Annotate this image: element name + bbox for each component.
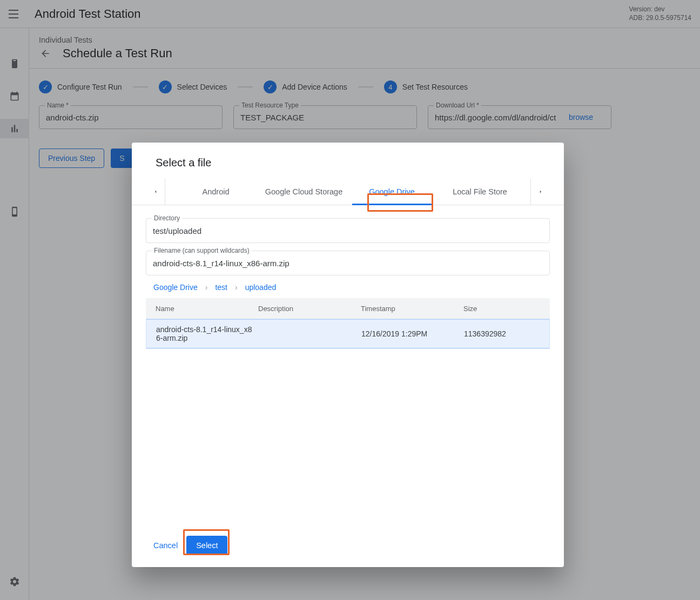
file-table-header: Name Description Timestamp Size <box>146 298 550 319</box>
chevron-right-icon: › <box>235 283 238 292</box>
directory-field[interactable]: Directory <box>146 218 550 243</box>
directory-label: Directory <box>152 214 182 222</box>
tabs-scroll-right-icon[interactable] <box>530 179 550 205</box>
select-file-dialog: Select a file Android Google Cloud Stora… <box>132 143 564 567</box>
tab-local-file-store[interactable]: Local File Store <box>436 179 524 205</box>
dialog-title: Select a file <box>132 143 564 179</box>
tab-gcs[interactable]: Google Cloud Storage <box>260 179 348 205</box>
tabs-scroll-left-icon[interactable] <box>146 179 165 205</box>
directory-input[interactable] <box>153 226 543 235</box>
col-ts: Timestamp <box>361 305 463 313</box>
cell-ts: 12/16/2019 1:29PM <box>361 329 464 338</box>
filename-field[interactable]: Filename (can support wildcards) <box>146 251 550 275</box>
col-name: Name <box>156 305 258 313</box>
cell-size: 1136392982 <box>464 329 540 338</box>
col-desc: Description <box>258 305 361 313</box>
path-breadcrumbs: Google Drive › test › uploaded <box>146 275 550 298</box>
filename-input[interactable] <box>153 259 543 268</box>
select-button[interactable]: Select <box>186 536 227 555</box>
chevron-right-icon: › <box>205 283 208 292</box>
col-size: Size <box>463 305 540 313</box>
crumb-test[interactable]: test <box>215 283 227 292</box>
crumb-uploaded[interactable]: uploaded <box>245 283 277 292</box>
cancel-button[interactable]: Cancel <box>153 541 178 550</box>
cell-name: android-cts-8.1_r14-linux_x86-arm.zip <box>156 325 259 342</box>
tab-android[interactable]: Android <box>172 179 260 205</box>
tab-google-drive[interactable]: Google Drive <box>348 179 436 205</box>
table-row[interactable]: android-cts-8.1_r14-linux_x86-arm.zip 12… <box>146 319 549 348</box>
filename-label: Filename (can support wildcards) <box>152 247 252 254</box>
crumb-root[interactable]: Google Drive <box>153 283 198 292</box>
